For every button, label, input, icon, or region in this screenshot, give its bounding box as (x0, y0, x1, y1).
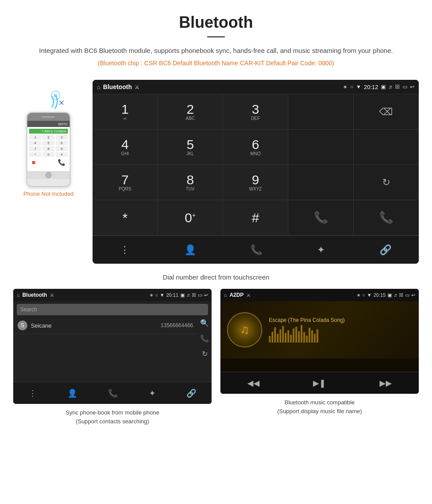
location-icon: ○ (350, 84, 353, 90)
music-prev-icon[interactable]: ◀◀ (247, 378, 260, 388)
dial-status-title: Bluetooth (103, 83, 132, 90)
page-title: Bluetooth (26, 13, 406, 32)
pb-dialpad-icon[interactable]: ⋮ (29, 388, 37, 398)
backspace-icon[interactable]: ⌫ (379, 106, 393, 118)
music-song-title: Escape (The Pina Colada Song) (269, 317, 412, 323)
dial-key-hash[interactable]: # (223, 200, 288, 235)
volume-icon: ♬ (388, 84, 392, 90)
bluetooth-signal-icon: ⦾ (51, 89, 60, 103)
header-description: Integrated with BC6 Bluetooth module, su… (26, 45, 406, 56)
music-home-icon: ⌂ (224, 292, 227, 298)
reload-icon[interactable]: ↻ (382, 177, 390, 188)
phone-speaker (42, 116, 55, 118)
music-status-bar: ⌂ A2DP ⚔ ∗ ○ ▼ 20:15 ▣ ♬ ☒ ▭ ↩ (220, 289, 419, 301)
pb-bt-nav-icon[interactable]: ✦ (149, 388, 156, 398)
dial-nav-bar: ⋮ 👤 📞 ✦ 🔗 (93, 235, 419, 264)
bluetooth-status-icon: ∗ (343, 84, 347, 90)
pb-phone-icon[interactable]: 📞 (108, 388, 118, 398)
music-caption: Bluetooth music compatible (Support disp… (275, 394, 364, 418)
dialpad-grid: 1 ∞ 2 ABC 3 DEF ⌫ (93, 94, 419, 235)
phonebook-section: ⌂ Bluetooth ⚔ ∗ ○ ▼ 20:11 ▣ ♬ ☒ ▭ ↩ (13, 289, 212, 428)
pb-status-title: Bluetooth (22, 292, 47, 298)
music-album-art: ♫ (227, 312, 262, 347)
music-vol-icon: ♬ (394, 292, 397, 298)
pb-back-icon: ↩ (204, 292, 208, 298)
pb-contact-list: S Seicane 13566664466 (13, 317, 197, 360)
pb-bt-icon: ∗ (149, 292, 153, 298)
settings-nav-icon[interactable]: 🔗 (380, 244, 391, 256)
home-icon: ⌂ (97, 84, 101, 90)
contacts-nav-icon[interactable]: 👤 (184, 244, 196, 256)
call-accept-icon[interactable]: 📞 (314, 211, 328, 224)
music-next-icon[interactable]: ▶▶ (380, 378, 392, 388)
dial-caption-text: Dial number direct from touchscreen (163, 273, 269, 281)
pb-caption-line2: (Support contacts searching) (76, 418, 149, 425)
call-end-icon[interactable]: 📞 (379, 211, 393, 224)
phonebook-caption: Sync phone-book from mobile phone (Suppo… (63, 404, 161, 428)
dial-status-bar: ⌂ Bluetooth ⚔ ∗ ○ ▼ 20:12 ▣ ♬ ☒ ▭ ↩ (93, 80, 419, 94)
dial-key-3[interactable]: 3 DEF (223, 94, 288, 130)
signal-icon: ▼ (356, 84, 361, 90)
dial-key-5[interactable]: 5 JKL (158, 130, 223, 165)
pb-call-icon[interactable]: 📞 (200, 334, 209, 343)
bluetooth-nav-icon[interactable]: ✦ (317, 244, 325, 256)
pb-nav-bar: ⋮ 👤 📞 ✦ 🔗 (13, 382, 212, 404)
dial-cell-reload: ↻ (354, 165, 419, 200)
pb-x-icon: ☒ (192, 292, 196, 298)
pb-contact-number: 13566664466 (161, 322, 193, 329)
music-screen-icon: ▭ (405, 292, 410, 298)
pb-contacts-icon[interactable]: 👤 (67, 388, 77, 398)
phonebook-screen: ⌂ Bluetooth ⚔ ∗ ○ ▼ 20:11 ▣ ♬ ☒ ▭ ↩ (13, 289, 212, 404)
pb-search-icon[interactable]: 🔍 (200, 319, 209, 327)
pb-sig-icon: ▼ (160, 292, 164, 298)
dial-key-1[interactable]: 1 ∞ (93, 94, 158, 130)
dial-key-8[interactable]: 8 TUV (158, 165, 223, 200)
page-header: Bluetooth Integrated with BC6 Bluetooth … (0, 0, 432, 71)
music-note-icon: ♫ (240, 323, 250, 337)
dial-key-9[interactable]: 9 WXYZ (223, 165, 288, 200)
pb-screen-icon: ▭ (198, 292, 202, 298)
pb-cam-icon: ▣ (180, 292, 185, 298)
title-divider (207, 36, 225, 37)
pb-usb-icon: ⚔ (50, 292, 54, 298)
music-screen: ⌂ A2DP ⚔ ∗ ○ ▼ 20:15 ▣ ♬ ☒ ▭ ↩ (220, 289, 419, 394)
pb-search-bar[interactable]: Search (17, 304, 208, 315)
music-playpause-icon[interactable]: ▶❚ (313, 378, 326, 388)
bottom-row: ⌂ Bluetooth ⚔ ∗ ○ ▼ 20:11 ▣ ♬ ☒ ▭ ↩ (0, 289, 432, 437)
dial-key-0[interactable]: 0+ (158, 200, 223, 235)
music-sig-icon: ▼ (367, 292, 372, 298)
phone-screen-header: + Add to Contacts (29, 129, 68, 134)
music-bt-icon: ∗ (357, 292, 361, 298)
phone-home-button (45, 172, 52, 178)
dial-key-2[interactable]: 2 ABC (158, 94, 223, 130)
music-caption-line1: Bluetooth music compatible (285, 399, 355, 406)
pb-time: 20:11 (166, 292, 179, 298)
pb-contact-avatar: S (18, 321, 27, 330)
dial-cell-empty-2: ⌫ (354, 94, 419, 130)
music-equalizer (269, 325, 412, 343)
dial-key-7[interactable]: 7 PQRS (93, 165, 158, 200)
pb-caption-line1: Sync phone-book from mobile phone (66, 409, 159, 416)
screen-icon: ▭ (402, 84, 407, 90)
status-left: ⌂ Bluetooth ⚔ (97, 83, 140, 90)
music-x-icon: ☒ (399, 292, 403, 298)
dial-cell-empty-4 (354, 130, 419, 165)
pb-wrench-icon[interactable]: 🔗 (186, 388, 196, 398)
pb-loc-icon: ○ (155, 292, 158, 298)
music-section: ⌂ A2DP ⚔ ∗ ○ ▼ 20:15 ▣ ♬ ☒ ▭ ↩ (220, 289, 419, 428)
dial-cell-call-red: 📞 (354, 200, 419, 235)
phone-section: ⦾ ⨯ MOTO + Add to Contacts 123 456 789 (13, 80, 84, 197)
dial-cell-empty-3 (288, 130, 354, 165)
dial-key-4[interactable]: 4 GHI (93, 130, 158, 165)
dial-key-6[interactable]: 6 MNO (223, 130, 288, 165)
status-time: 20:12 (364, 84, 378, 90)
dial-key-star[interactable]: * (93, 200, 158, 235)
phone-nav-icon[interactable]: 📞 (250, 244, 262, 256)
pb-refresh-icon[interactable]: ↻ (202, 350, 208, 358)
main-content: ⦾ ⨯ MOTO + Add to Contacts 123 456 789 (0, 71, 432, 268)
phone-top-bar (27, 113, 70, 121)
dialpad-nav-icon[interactable]: ⋮ (120, 244, 130, 256)
dial-screen: ⌂ Bluetooth ⚔ ∗ ○ ▼ 20:12 ▣ ♬ ☒ ▭ ↩ 1 (93, 80, 419, 264)
pb-home-icon: ⌂ (17, 292, 20, 298)
usb-icon: ⚔ (134, 84, 140, 90)
